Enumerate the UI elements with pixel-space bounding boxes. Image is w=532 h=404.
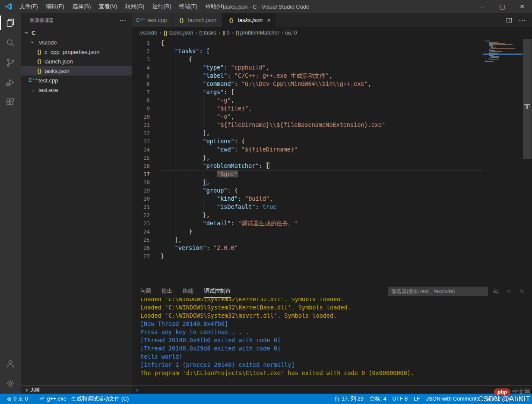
explorer-more-icon[interactable]: ⋯ <box>119 16 127 25</box>
breadcrumb-item-tasks.json[interactable]: {}tasks.json <box>163 30 193 36</box>
breadcrumb-separator: › <box>195 29 197 36</box>
code-line-9: 9 "${file}", <box>132 104 483 113</box>
menu-选[interactable]: 选择(S) <box>68 0 95 13</box>
status-lf[interactable]: LF <box>411 396 423 402</box>
close-tab-icon[interactable]: × <box>267 16 271 24</box>
breadcrumb-item-0[interactable]: {}0 <box>222 30 229 36</box>
notifications-bell-icon[interactable] <box>516 396 528 402</box>
code-line-26: 26 "version": "2.0.0" <box>132 244 483 252</box>
run-debug-icon[interactable] <box>0 73 21 92</box>
menu-帮[interactable]: 帮助(H) <box>201 0 228 13</box>
tree-item-test.cpp[interactable]: C⁺⁺test.cpp <box>21 76 132 85</box>
prompt-chevron-icon: › <box>136 386 138 393</box>
line-number: 25 <box>132 236 161 244</box>
debug-console-input[interactable]: › <box>132 385 532 394</box>
menu-转[interactable]: 转到(G) <box>121 0 149 13</box>
tree-item-label: test.exe <box>38 87 58 93</box>
json-file-icon: {} <box>35 68 43 74</box>
breadcrumb-item-.vscode[interactable]: .vscode <box>139 30 157 36</box>
tab-label: launch.json <box>188 17 217 23</box>
code-line-7: 7 "args": [ <box>132 88 483 96</box>
tab-tasks.json[interactable]: {}tasks.json× <box>222 13 276 27</box>
source-control-icon[interactable] <box>0 53 21 73</box>
debug-play-icon <box>39 395 45 403</box>
menu-运[interactable]: 运行(R) <box>148 0 175 13</box>
split-editor-icon[interactable] <box>504 15 515 26</box>
panel-tab-调试控制台[interactable]: 调试控制台 <box>204 285 231 298</box>
code-line-5: 5 "label": "C/C++: g++.exe 生成活动文件", <box>132 72 483 80</box>
editor-actions: ⋯ <box>504 13 532 27</box>
string-symbol-icon: abc <box>285 31 292 35</box>
breadcrumb-item-problemMatcher[interactable]: [ ]problemMatcher <box>236 30 279 36</box>
panel-tab-终端[interactable]: 终端 <box>183 285 193 298</box>
status-utf-8[interactable]: UTF-8 <box>390 396 411 402</box>
tree-item-C[interactable]: ›C <box>21 28 132 38</box>
status-win32[interactable]: Win32 <box>482 396 504 402</box>
maximize-button[interactable]: ▢ <box>492 0 512 13</box>
scrollbar-slider[interactable] <box>523 39 532 159</box>
breadcrumb-separator: › <box>218 29 220 36</box>
chevron-down-icon: › <box>29 39 36 46</box>
account-icon[interactable] <box>0 354 21 374</box>
breadcrumb-label: 0 <box>227 30 230 36</box>
console-line: Loaded 'C:\WINDOWS\System32\KernelBase.d… <box>140 303 532 312</box>
code-area[interactable]: 1{2 "tasks": [3 {4 "type": "cppbuild",5 … <box>132 38 483 285</box>
tree-item-launch.json[interactable]: {}launch.json <box>21 57 132 66</box>
code-line-4: 4 "type": "cppbuild", <box>132 63 483 72</box>
tab-launch.json[interactable]: {}launch.json <box>173 13 222 27</box>
tree-item-.vscode[interactable]: ›.vscode <box>21 38 132 47</box>
breadcrumb-separator: › <box>232 29 234 36</box>
panel-tab-输出[interactable]: 输出 <box>162 285 172 298</box>
problems-status[interactable]: ⊗ 0 ⚠ 0 <box>4 394 30 404</box>
extensions-icon[interactable] <box>0 92 21 112</box>
menu-编[interactable]: 编辑(E) <box>42 0 68 13</box>
minimap[interactable] <box>483 38 522 285</box>
editor-scrollbar[interactable] <box>522 38 532 285</box>
debug-console-filter-input[interactable] <box>388 287 488 296</box>
breadcrumb-label: 0 <box>294 30 297 36</box>
tab-test.cpp[interactable]: C⁺⁺test.cpp <box>132 13 173 27</box>
status--4[interactable]: 空格: 4 <box>367 395 390 403</box>
line-number: 21 <box>132 203 161 211</box>
line-number: 4 <box>132 63 161 72</box>
debug-console-output[interactable]: Loaded 'C:\WINDOWS\System32\kernel32.dll… <box>132 298 532 385</box>
status--17-23[interactable]: 行 17, 列 23 <box>332 395 367 403</box>
tree-item-tasks.json[interactable]: {}tasks.json <box>21 66 132 76</box>
line-content: ], <box>161 129 483 137</box>
tree-item-test.exe[interactable]: ≡test.exe <box>21 85 132 95</box>
line-number: 20 <box>132 195 161 203</box>
code-line-3: 3 { <box>132 55 483 63</box>
code-line-14: 14 "cwd": "${fileDirname}" <box>132 145 483 154</box>
maximize-panel-icon[interactable] <box>504 286 514 297</box>
panel-tab-问题[interactable]: 问题 <box>140 285 151 298</box>
more-actions-icon[interactable]: ⋯ <box>516 15 528 26</box>
clear-console-icon[interactable] <box>491 286 501 297</box>
close-button[interactable]: ✕ <box>512 0 532 13</box>
console-line: hello world! <box>140 353 532 361</box>
search-icon[interactable] <box>0 33 21 53</box>
files-icon[interactable] <box>0 13 21 33</box>
outline-section[interactable]: › 大纲 <box>21 385 132 394</box>
menu-查[interactable]: 查看(V) <box>95 0 121 13</box>
array-symbol-icon: [ ] <box>200 30 202 35</box>
minimize-button[interactable]: – <box>472 0 492 13</box>
breadcrumb-separator: › <box>159 29 161 36</box>
activity-bar <box>0 13 21 394</box>
editor[interactable]: 1{2 "tasks": [3 {4 "type": "cppbuild",5 … <box>132 38 532 285</box>
line-number: 2 <box>132 47 161 55</box>
menu-终[interactable]: 终端(T) <box>175 0 201 13</box>
breadcrumb-item-tasks[interactable]: [ ]tasks <box>200 30 216 36</box>
breadcrumb-item-0[interactable]: abc0 <box>285 30 297 36</box>
line-number: 16 <box>132 162 161 170</box>
debug-task-status[interactable]: g++.exe - 生成和调试活动文件 (C) <box>36 394 131 404</box>
json-file-icon: {} <box>35 49 43 55</box>
feedback-icon[interactable] <box>504 396 516 402</box>
status-json-with-comments[interactable]: JSON with Comments <box>423 396 482 402</box>
tree-item-c_cpp_properties.json[interactable]: {}c_cpp_properties.json <box>21 47 132 57</box>
menu-文[interactable]: 文件(F) <box>16 0 42 13</box>
code-line-27: 27} <box>132 252 483 260</box>
tree-item-label: test.cpp <box>38 77 58 84</box>
warning-icon: ⚠ <box>18 396 23 402</box>
settings-gear-icon[interactable] <box>0 374 21 394</box>
close-panel-icon[interactable] <box>516 286 527 297</box>
